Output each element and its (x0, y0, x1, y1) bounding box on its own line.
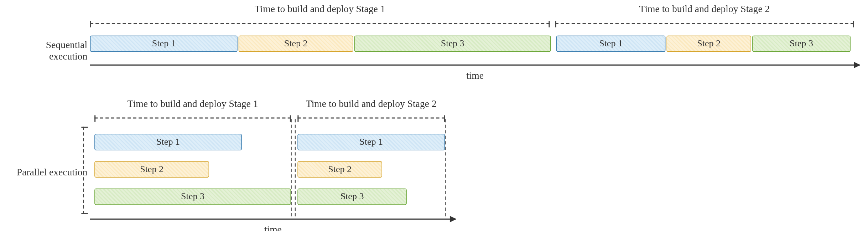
par-stage2-label: Time to build and deploy Stage 2 (297, 98, 445, 110)
par-divider-1 (291, 119, 292, 216)
step-label: Step 1 (359, 137, 383, 148)
seq-s1-step2: Step 2 (239, 36, 353, 52)
step-label: Step 3 (790, 38, 813, 49)
parallel-label: Parallel execution (5, 166, 87, 178)
seq-s1-step3: Step 3 (354, 36, 551, 52)
par-time-arrow (90, 219, 456, 220)
par-vbracket (83, 127, 84, 214)
seq-s2-step3: Step 3 (752, 36, 851, 52)
seq-s1-step1: Step 1 (90, 36, 238, 52)
step-label: Step 3 (341, 191, 364, 202)
step-label: Step 1 (156, 137, 180, 148)
step-label: Step 2 (140, 164, 163, 175)
par-s1-step3: Step 3 (94, 189, 291, 205)
sequential-label: Sequential execution (5, 39, 87, 62)
seq-stage2-bracket (555, 23, 854, 24)
seq-time-arrow (90, 65, 860, 66)
par-stage1-label: Time to build and deploy Stage 1 (94, 98, 291, 110)
par-s2-step1: Step 1 (297, 134, 445, 150)
step-label: Step 2 (284, 38, 308, 49)
step-label: Step 2 (328, 164, 352, 175)
par-s2-step3: Step 3 (297, 189, 407, 205)
par-stage2-bracket (297, 118, 445, 119)
par-divider-2 (445, 119, 446, 216)
par-s1-step2: Step 2 (94, 161, 209, 178)
par-s1-step1: Step 1 (94, 134, 242, 150)
step-label: Step 1 (599, 38, 623, 49)
step-label: Step 1 (152, 38, 176, 49)
par-s2-step2: Step 2 (297, 161, 382, 178)
step-label: Step 3 (181, 191, 204, 202)
seq-stage1-bracket (90, 23, 550, 24)
step-label: Step 3 (441, 38, 464, 49)
seq-time-label: time (90, 70, 860, 81)
par-stage1-bracket (94, 118, 291, 119)
seq-stage1-label: Time to build and deploy Stage 1 (90, 3, 550, 15)
par-time-label: time (90, 224, 456, 231)
seq-s2-step1: Step 1 (556, 36, 666, 52)
step-label: Step 2 (697, 38, 721, 49)
seq-s2-step2: Step 2 (666, 36, 751, 52)
seq-stage2-label: Time to build and deploy Stage 2 (555, 3, 854, 15)
par-divider-1b (295, 119, 296, 216)
